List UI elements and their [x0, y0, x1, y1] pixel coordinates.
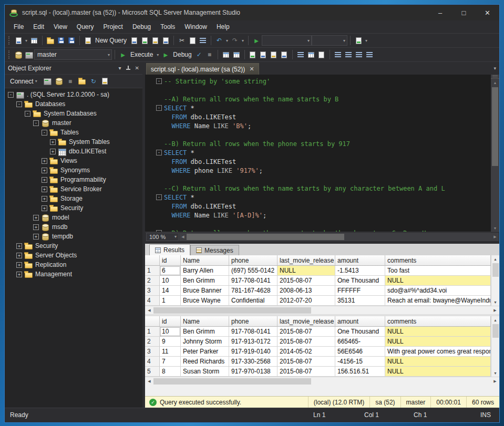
menu-query[interactable]: Query	[72, 22, 99, 32]
code-line-7[interactable]	[147, 130, 490, 139]
execute-button[interactable]: Execute	[130, 51, 153, 58]
expand-icon[interactable]: +	[33, 234, 39, 240]
toolbar-overflow-icon[interactable]: ▾	[364, 38, 369, 43]
code-line-17[interactable]	[147, 220, 490, 228]
script-x-button[interactable]	[100, 76, 110, 87]
uncomment-button[interactable]	[343, 49, 354, 60]
tree-item-system-tables[interactable]: +System Tables	[5, 137, 142, 147]
refresh-button[interactable]: ↻	[88, 76, 99, 87]
cell[interactable]: 35131	[335, 296, 385, 306]
cell[interactable]: -1.5413	[335, 266, 385, 276]
code-line-13[interactable]: --C) Return all rows when the name start…	[147, 184, 490, 193]
expand-icon[interactable]: +	[16, 272, 22, 277]
scroll-thumb[interactable]	[492, 263, 499, 277]
scroll-up-icon[interactable]: ▲	[493, 255, 497, 263]
cell[interactable]: NULL	[385, 276, 491, 286]
results-to-grid-button[interactable]	[306, 49, 316, 60]
cell[interactable]: Reed Richards	[181, 357, 229, 367]
cell[interactable]: 8	[160, 367, 181, 377]
comment-out-button[interactable]	[333, 49, 343, 60]
fold-toggle-icon[interactable]: -	[156, 150, 162, 155]
cell[interactable]: 2015-08-07	[277, 337, 335, 347]
toolbar-grip[interactable]	[8, 36, 10, 45]
filter-button[interactable]	[77, 76, 87, 87]
cell[interactable]: (697) 555-0142	[229, 266, 277, 276]
tree-item-sql-server-12-0-2000-sa[interactable]: -. (SQL Server 12.0.2000 - sa)	[5, 90, 142, 99]
cell[interactable]: Bruce Banner	[181, 286, 229, 296]
collapse-icon[interactable]: -	[25, 111, 30, 117]
scroll-thumb[interactable]	[492, 87, 498, 166]
cell[interactable]: 917-919-0140	[229, 347, 277, 357]
save-all-button[interactable]	[66, 35, 77, 46]
cell[interactable]: 2015-08-07	[277, 276, 335, 286]
scroll-thumb[interactable]	[492, 324, 499, 338]
scroll-thumb[interactable]	[187, 234, 344, 240]
editor-vertical-scrollbar[interactable]: ▲ ▼	[491, 75, 499, 232]
sql-code-editor[interactable]: ▲ ▼ --- Starting by 'some string'--A) Re…	[145, 75, 499, 232]
estimated-plan-button[interactable]	[248, 49, 258, 60]
row-header[interactable]: 1	[145, 266, 160, 276]
combo-dropdown-icon[interactable]: ▾	[306, 38, 311, 43]
cut-button[interactable]: ✂	[177, 35, 187, 46]
expand-icon[interactable]: +	[33, 224, 39, 230]
cell[interactable]: NULL	[385, 337, 491, 347]
collapse-icon[interactable]: -	[42, 130, 47, 136]
editor-horizontal-scrollbar[interactable]: ◀ ▶	[179, 233, 499, 241]
cell[interactable]: 9	[160, 337, 181, 347]
code-line-15[interactable]: FROM dbo.LIKETest	[147, 202, 490, 211]
save-button[interactable]	[56, 35, 66, 46]
code-line-10[interactable]: FROM dbo.LIKETest	[147, 157, 490, 166]
code-line-16[interactable]: WHERE Name LIKE '[A-D]%';	[147, 211, 490, 220]
tree-item-security[interactable]: +Security	[5, 241, 142, 251]
parse-button[interactable]: ✓	[194, 49, 204, 60]
cell[interactable]: Too fast	[385, 266, 491, 276]
tree-item-security[interactable]: +Security	[5, 203, 142, 213]
code-line-5[interactable]: FROM dbo.LIKETest	[147, 112, 490, 121]
menu-file[interactable]: File	[9, 22, 28, 32]
grid-corner[interactable]	[145, 316, 160, 327]
tree-item-server-objects[interactable]: +Server Objects	[5, 251, 142, 260]
column-header-phone[interactable]: phone	[229, 255, 277, 266]
toolbar-combo-1[interactable]: ▾	[262, 35, 312, 46]
cell[interactable]: Peter Parker	[181, 347, 229, 357]
cell[interactable]: NULL	[277, 266, 335, 276]
database-combo-dropdown-icon[interactable]: ▾	[106, 53, 111, 57]
code-line-4[interactable]: -SELECT *	[147, 103, 490, 112]
browse-definition-button[interactable]	[353, 35, 364, 46]
column-header-amount[interactable]: amount	[335, 255, 385, 266]
decrease-indent-button[interactable]	[354, 49, 364, 60]
column-header-phone[interactable]: phone	[229, 316, 277, 327]
zoom-combo[interactable]: 100 % ▾	[146, 233, 179, 241]
scroll-up-icon[interactable]: ▲	[493, 316, 497, 324]
undo-button[interactable]: ↶	[214, 35, 224, 46]
tree-item-views[interactable]: +Views	[5, 156, 142, 165]
query-options-button[interactable]	[258, 49, 269, 60]
code-line-8[interactable]: --B) Return all rows when the phone star…	[147, 139, 490, 148]
cell[interactable]: 2015-08-07	[277, 327, 335, 337]
cell[interactable]: 2015-08-07	[277, 357, 335, 367]
connect-query-button[interactable]	[13, 49, 24, 60]
tab-results[interactable]: Results	[149, 244, 190, 255]
code-line-11[interactable]: WHERE phone LIKE '917%';	[147, 166, 490, 175]
cell[interactable]: 10	[160, 276, 181, 286]
cell[interactable]: NULL	[385, 327, 491, 337]
expand-icon[interactable]: +	[42, 177, 47, 183]
connect-button[interactable]: Connect ▾	[8, 77, 41, 86]
cell[interactable]: 665465-	[335, 337, 385, 347]
copy-button[interactable]	[187, 35, 198, 46]
close-button[interactable]: ✕	[476, 5, 499, 20]
scroll-right-icon[interactable]: ▶	[491, 378, 499, 385]
title-bar[interactable]: script.sql - (local).master (sa (52)) - …	[5, 5, 499, 20]
cell[interactable]: With great power comes great responsibil…	[385, 347, 491, 357]
column-header-id[interactable]: id	[160, 316, 181, 327]
change-connection-button[interactable]	[24, 49, 34, 60]
paste-button[interactable]	[198, 35, 208, 46]
column-header-amount[interactable]: amount	[335, 316, 385, 327]
scroll-right-icon[interactable]: ▶	[491, 233, 499, 241]
cell[interactable]: 2012-07-20	[277, 296, 335, 306]
activity-monitor-button[interactable]	[29, 35, 39, 46]
cell[interactable]: 6	[160, 266, 181, 276]
cell[interactable]: Reach at email: bwayne@WayneIndustries	[385, 296, 491, 306]
cell[interactable]: 1	[160, 296, 181, 306]
code-line-2[interactable]	[147, 86, 490, 95]
